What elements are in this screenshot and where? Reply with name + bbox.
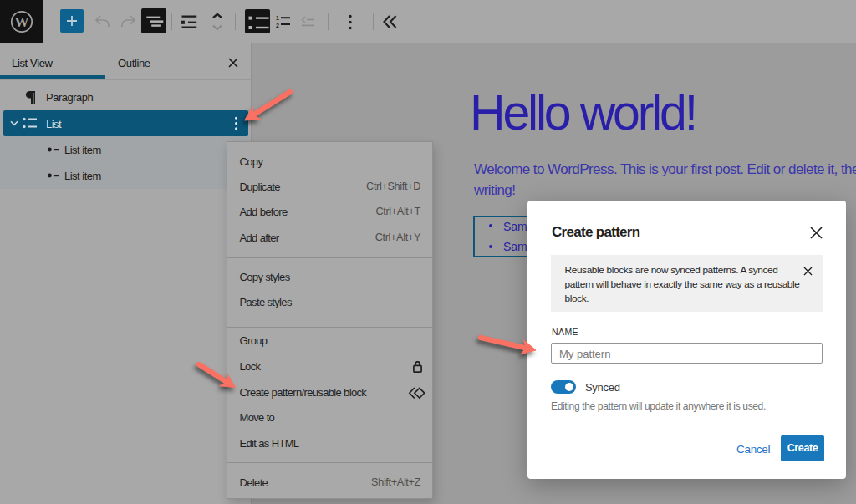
svg-text:1: 1 — [276, 15, 279, 21]
svg-text:W: W — [15, 14, 29, 30]
svg-text:2: 2 — [276, 23, 279, 28]
